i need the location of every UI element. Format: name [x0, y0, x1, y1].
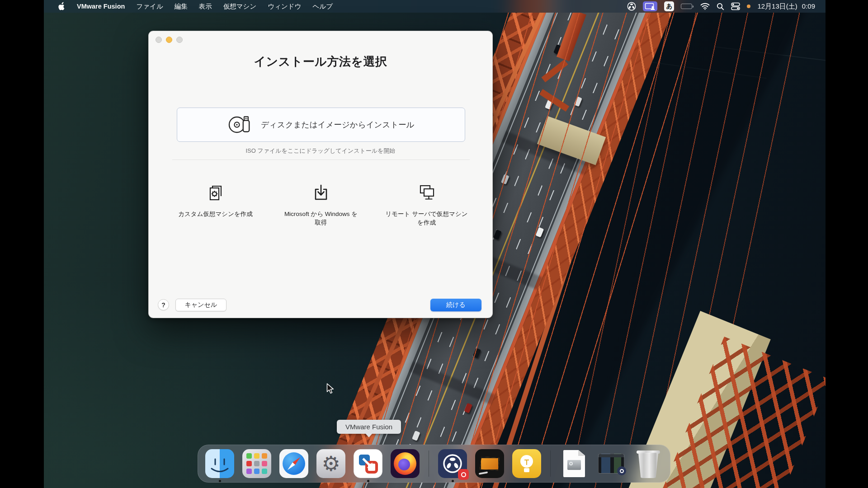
minimized-obs-window-thumbnail [597, 449, 626, 478]
dock-item-safari[interactable] [279, 449, 308, 478]
dialog-divider [172, 160, 470, 160]
trash-icon [634, 449, 663, 478]
dock-item-minimized-window[interactable] [597, 449, 626, 478]
menu-clock[interactable]: 12月13日(土) 0:09 [757, 2, 815, 11]
dialog-title: インストール方法を選択 [149, 54, 492, 70]
option-label: Microsoft から Windows を取得 [282, 210, 360, 227]
option-create-vm-on-remote-server[interactable]: リモート サーバで仮想マシンを作成 [378, 184, 475, 227]
recording-badge-icon [458, 469, 469, 480]
display-app-icon [475, 449, 504, 478]
dock-item-system-settings[interactable]: ⚙ [316, 449, 345, 478]
disc-usb-icon [227, 113, 254, 136]
help-button[interactable]: ? [158, 299, 169, 310]
dock-item-finder[interactable] [205, 449, 234, 478]
menu-file[interactable]: ファイル [136, 2, 163, 11]
menu-time: 0:09 [802, 2, 815, 11]
menu-view[interactable]: 表示 [199, 2, 212, 11]
dock-item-launchpad[interactable] [242, 449, 271, 478]
menu-virtual-machine[interactable]: 仮想マシン [223, 2, 257, 11]
window-controls [156, 37, 183, 43]
dock-item-lightbulb-app[interactable] [512, 449, 541, 478]
menu-date: 12月13日(土) [757, 2, 797, 11]
dock-item-trash[interactable] [634, 449, 663, 478]
option-create-custom-vm[interactable]: カスタム仮想マシンを作成 [167, 184, 264, 227]
wifi-icon[interactable] [700, 3, 710, 10]
option-label: カスタム仮想マシンを作成 [178, 210, 253, 219]
menu-help[interactable]: ヘルプ [312, 2, 333, 11]
finder-icon [205, 449, 234, 478]
dock-item-firefox[interactable] [391, 449, 420, 478]
dialog-footer: ? キャンセル 続ける [149, 298, 492, 311]
battery-icon[interactable] [681, 4, 693, 9]
close-window-button[interactable] [156, 37, 162, 43]
apple-icon[interactable] [58, 2, 66, 11]
remote-server-icon [417, 184, 436, 205]
zoom-window-button[interactable] [176, 37, 183, 43]
lightbulb-icon [512, 449, 541, 478]
dock-item-display-app[interactable] [475, 449, 504, 478]
gear-icon: ⚙ [316, 449, 345, 478]
dock-tooltip: VMware Fusion [337, 420, 401, 434]
dock-divider [550, 450, 551, 477]
vmware-fusion-icon [354, 449, 382, 478]
dock-item-disk-image-file[interactable] [560, 449, 589, 478]
firefox-icon [391, 449, 420, 478]
dock: ⚙ [198, 445, 670, 483]
obs-icon [438, 449, 467, 478]
dock-item-vmware-fusion[interactable] [354, 449, 382, 478]
search-icon[interactable] [717, 3, 724, 10]
screen-sharing-icon[interactable] [643, 1, 657, 11]
continue-button[interactable]: 続ける [430, 299, 481, 311]
menu-window[interactable]: ウィンドウ [268, 2, 301, 11]
desktop: VMware Fusion ファイル 編集 表示 仮想マシン ウィンドウ ヘルプ [0, 0, 868, 488]
launchpad-icon [242, 449, 271, 478]
dock-divider [429, 450, 429, 477]
obs-icon[interactable] [627, 2, 636, 11]
safari-icon [279, 449, 308, 478]
control-center-icon[interactable] [731, 2, 740, 10]
menu-edit[interactable]: 編集 [175, 2, 188, 11]
custom-vm-icon [206, 184, 225, 205]
input-source-badge[interactable]: あ [664, 1, 674, 11]
install-options: カスタム仮想マシンを作成 Microsoft から Windows を取得 [167, 184, 475, 227]
obs-mini-badge-icon [617, 466, 626, 475]
disk-image-file-icon [560, 449, 589, 478]
option-label: リモート サーバで仮想マシンを作成 [384, 210, 470, 227]
option-get-windows-from-microsoft[interactable]: Microsoft から Windows を取得 [273, 184, 370, 227]
dock-item-obs[interactable] [438, 449, 467, 478]
drop-area-label: ディスクまたはイメージからインストール [261, 119, 414, 130]
menu-bar: VMware Fusion ファイル 編集 表示 仮想マシン ウィンドウ ヘルプ [44, 0, 826, 13]
install-from-disc-drop-area[interactable]: ディスクまたはイメージからインストール [177, 108, 465, 142]
cancel-button[interactable]: キャンセル [175, 299, 226, 311]
install-method-dialog: インストール方法を選択 ディスクまたはイメージからインストール ISO ファイル… [148, 31, 493, 318]
drop-area-hint: ISO ファイルをここにドラッグしてインストールを開始 [149, 147, 492, 155]
minimize-window-button[interactable] [166, 37, 172, 43]
recording-indicator-dot[interactable] [747, 5, 750, 8]
menu-app-name[interactable]: VMware Fusion [77, 3, 125, 10]
download-windows-icon [311, 184, 330, 205]
mouse-cursor [326, 383, 336, 396]
